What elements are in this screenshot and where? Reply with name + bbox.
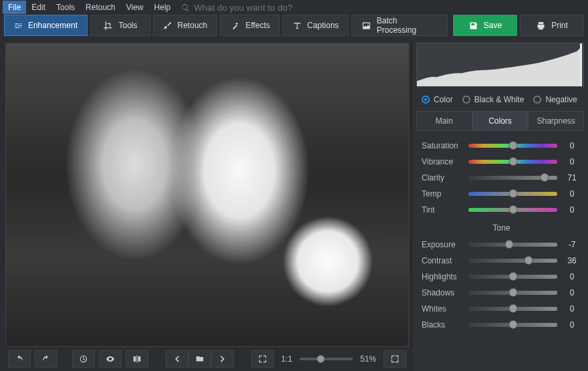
slider-thumb[interactable] bbox=[525, 256, 533, 265]
canvas-footer: 1:1 51% bbox=[5, 347, 409, 371]
mode-bw[interactable]: Black & White bbox=[462, 95, 525, 104]
slider-saturation: Saturation0 bbox=[422, 138, 581, 154]
slider-value: 0 bbox=[563, 272, 581, 281]
menu-help[interactable]: Help bbox=[149, 1, 176, 14]
wand-icon bbox=[231, 21, 241, 31]
slider-label: Shadows bbox=[422, 288, 463, 297]
fullscreen-button[interactable] bbox=[384, 350, 406, 368]
slider-label: Contrast bbox=[422, 256, 463, 265]
tab-label: Enhancement bbox=[28, 21, 78, 30]
slider-thumb[interactable] bbox=[508, 157, 517, 166]
history-icon bbox=[79, 354, 88, 364]
brush-icon bbox=[163, 21, 172, 31]
mode-negative[interactable]: Negative bbox=[533, 95, 577, 104]
menu-edit[interactable]: Edit bbox=[26, 1, 51, 14]
fit-icon bbox=[258, 354, 267, 364]
preview-toggle[interactable] bbox=[99, 350, 122, 368]
slider-thumb[interactable] bbox=[508, 288, 517, 297]
browse-button[interactable] bbox=[188, 350, 211, 368]
slider-clarity: Clarity71 bbox=[422, 170, 581, 186]
slider-label: Clarity bbox=[422, 173, 463, 182]
mode-color[interactable]: Color bbox=[422, 95, 453, 104]
redo-button[interactable] bbox=[35, 350, 57, 368]
menu-retouch[interactable]: Retouch bbox=[80, 1, 121, 14]
slider-thumb[interactable] bbox=[508, 141, 517, 150]
undo-button[interactable] bbox=[8, 350, 31, 368]
slider-track[interactable] bbox=[468, 307, 557, 311]
slider-track[interactable] bbox=[468, 259, 557, 263]
tab-retouch[interactable]: Retouch bbox=[153, 15, 217, 36]
menu-file[interactable]: File bbox=[3, 1, 26, 14]
histogram bbox=[416, 43, 584, 87]
slider-value: 0 bbox=[563, 304, 581, 314]
proptab-main[interactable]: Main bbox=[416, 111, 472, 131]
tab-enhancement[interactable]: Enhancement bbox=[4, 15, 88, 36]
slider-thumb[interactable] bbox=[541, 173, 549, 182]
print-button[interactable]: Print bbox=[520, 15, 584, 36]
slider-track[interactable] bbox=[468, 323, 557, 327]
slider-track[interactable] bbox=[468, 176, 557, 180]
radio-icon bbox=[422, 96, 430, 104]
prev-image-button[interactable] bbox=[166, 350, 188, 368]
slider-thumb[interactable] bbox=[508, 205, 517, 214]
compare-icon bbox=[132, 354, 142, 364]
slider-thumb[interactable] bbox=[508, 272, 517, 281]
section-tone: Tone bbox=[422, 223, 581, 233]
sliders-icon bbox=[14, 21, 23, 31]
slider-track[interactable] bbox=[468, 291, 557, 295]
proptab-colors[interactable]: Colors bbox=[472, 111, 529, 131]
nav-group bbox=[166, 350, 234, 368]
compare-button[interactable] bbox=[126, 350, 148, 368]
slider-value: 0 bbox=[563, 141, 581, 150]
slider-track[interactable] bbox=[468, 208, 557, 212]
tab-tools[interactable]: Tools bbox=[90, 15, 150, 36]
crop-icon bbox=[103, 21, 113, 31]
slider-value: 0 bbox=[563, 288, 581, 297]
fit-screen-button[interactable] bbox=[251, 350, 274, 368]
tab-captions[interactable]: Captions bbox=[283, 15, 349, 36]
zoom-controls: 1:1 51% bbox=[278, 354, 380, 364]
next-image-button[interactable] bbox=[211, 350, 234, 368]
chevron-left-icon bbox=[172, 354, 182, 364]
radio-icon bbox=[462, 96, 470, 104]
image-canvas[interactable] bbox=[5, 43, 409, 347]
image-icon bbox=[361, 21, 372, 31]
tab-label: Effects bbox=[246, 21, 270, 30]
slider-track[interactable] bbox=[468, 275, 557, 279]
save-button[interactable]: Save bbox=[453, 15, 517, 36]
search-input[interactable] bbox=[194, 3, 327, 13]
slider-value: 0 bbox=[563, 157, 581, 166]
tool-tabs: Enhancement Tools Retouch Effects Captio… bbox=[0, 15, 588, 40]
slider-track[interactable] bbox=[468, 192, 557, 196]
radio-icon bbox=[533, 96, 541, 104]
canvas-area: 1:1 51% bbox=[0, 40, 412, 371]
menu-tools[interactable]: Tools bbox=[51, 1, 80, 14]
photo-preview bbox=[6, 43, 408, 346]
proptab-sharpness[interactable]: Sharpness bbox=[528, 111, 584, 131]
fullscreen-icon bbox=[390, 354, 400, 364]
slider-label: Tint bbox=[422, 205, 463, 215]
tab-effects[interactable]: Effects bbox=[220, 15, 280, 36]
history-button[interactable] bbox=[72, 350, 95, 368]
slider-track[interactable] bbox=[468, 243, 557, 247]
slider-track[interactable] bbox=[468, 160, 557, 164]
slider-contrast: Contrast36 bbox=[422, 253, 581, 269]
slider-thumb[interactable] bbox=[505, 240, 514, 249]
slider-thumb[interactable] bbox=[508, 304, 517, 313]
tab-batch[interactable]: Batch Processing bbox=[351, 15, 448, 36]
zoom-slider[interactable] bbox=[299, 358, 353, 360]
slider-thumb[interactable] bbox=[508, 189, 517, 198]
adjust-panel: Color Black & White Negative Main Colors… bbox=[412, 40, 588, 371]
menu-view[interactable]: View bbox=[121, 1, 149, 14]
tab-label: Captions bbox=[307, 21, 339, 30]
slider-exposure: Exposure-7 bbox=[422, 237, 581, 253]
save-icon bbox=[468, 21, 478, 31]
redo-icon bbox=[41, 354, 51, 364]
one-to-one-label[interactable]: 1:1 bbox=[278, 354, 295, 364]
search-icon bbox=[181, 3, 190, 12]
slider-track[interactable] bbox=[468, 144, 557, 148]
sliders-scroll[interactable]: Saturation0Vibrance0Clarity71Temp0Tint0 … bbox=[412, 131, 588, 371]
slider-thumb[interactable] bbox=[508, 320, 517, 329]
chevron-right-icon bbox=[218, 354, 227, 364]
slider-label: Temp bbox=[422, 189, 463, 199]
